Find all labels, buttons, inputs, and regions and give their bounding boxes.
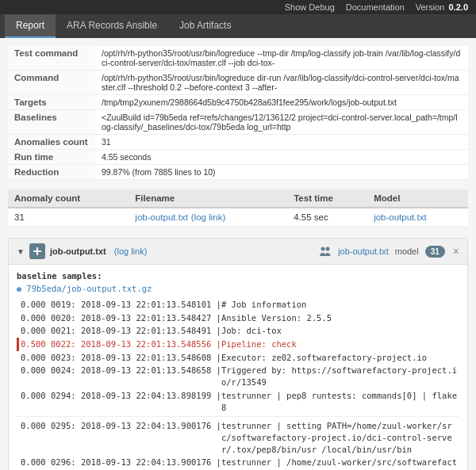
log-timestamp: 0020: 2018-09-13 22:01:13.548427 |	[51, 312, 221, 324]
log-line: 0.0000024: 2018-09-13 22:01:13.548658 | …	[17, 364, 459, 388]
column-header: Test time	[287, 189, 367, 208]
panel-icon	[29, 243, 45, 259]
log-separator	[17, 416, 459, 417]
log-score: 0.000	[21, 325, 51, 337]
summary-value: /opt/rh/rh-python35/root/usr/bin/logredu…	[95, 46, 468, 71]
summary-value: 31	[95, 135, 468, 150]
panel-model-label: model	[395, 246, 419, 256]
model-link[interactable]: job-output.txt	[374, 212, 426, 222]
test-time-cell: 4.55 sec	[287, 208, 367, 227]
documentation-link[interactable]: Documentation	[346, 2, 405, 12]
results-table: Anomaly countFilenameTest timeModel31job…	[8, 189, 468, 227]
summary-label: Command	[8, 71, 95, 95]
version-number: 0.2.0	[449, 2, 468, 12]
summary-value: 99.87% (from 7885 lines to 10)	[95, 165, 468, 180]
anomaly-badge: 31	[425, 246, 445, 258]
log-text: testrunner | /home/zuul-worker/src/softw…	[221, 457, 459, 470]
baseline-label-text: baseline samples:	[17, 271, 102, 281]
column-header: Filename	[129, 189, 287, 208]
log-timestamp: 0295: 2018-09-13 22:04:13.900176 |	[51, 420, 221, 455]
svg-rect-1	[36, 247, 38, 255]
summary-label: Anomalies count	[8, 135, 95, 150]
summary-value: 4.55 seconds	[95, 150, 468, 165]
log-score: 0.000	[21, 457, 51, 470]
top-bar: Show Debug Documentation Version 0.2.0	[0, 0, 476, 14]
summary-label: Test command	[8, 46, 95, 71]
log-line: 0.0000023: 2018-09-13 22:01:13.548608 | …	[17, 351, 459, 365]
version-display: Version 0.2.0	[416, 2, 468, 12]
summary-table: Test command/opt/rh/rh-python35/root/usr…	[8, 46, 468, 180]
log-text: Triggered by: https://softwarefactory-pr…	[221, 365, 459, 388]
panel-toggle[interactable]: ▼	[17, 247, 25, 256]
filename-cell: job-output.txt(log link)	[129, 208, 287, 227]
log-score: 0.000	[21, 420, 51, 455]
svg-point-3	[326, 247, 330, 251]
log-lines: 0.0000019: 2018-09-13 22:01:13.548101 | …	[17, 298, 459, 470]
log-score: 0.000	[21, 390, 51, 413]
filename-link[interactable]: job-output.txt	[135, 212, 187, 222]
svg-point-2	[321, 247, 325, 251]
log-line: 0.0000019: 2018-09-13 22:01:13.548101 | …	[17, 298, 459, 311]
summary-label: Baselines	[8, 110, 95, 135]
panel-right: job-output.txt model 31	[319, 245, 445, 258]
log-link[interactable]: (log link)	[191, 212, 225, 222]
log-score: 0.500	[21, 338, 51, 350]
log-line: 0.0000296: 2018-09-13 22:04:13.900176 | …	[17, 456, 459, 470]
main-content: Test command/opt/rh/rh-python35/root/usr…	[0, 38, 476, 470]
log-text: Pipeline: check	[221, 338, 459, 350]
log-score: 0.000	[21, 299, 51, 311]
summary-value: /opt/rh/rh-python35/root/usr/bin/logredu…	[95, 71, 468, 95]
log-timestamp: 0024: 2018-09-13 22:01:13.548658 |	[51, 365, 221, 388]
log-timestamp: 0022: 2018-09-13 22:01:13.548556 |	[51, 338, 221, 350]
log-line: 0.0000021: 2018-09-13 22:01:13.548491 | …	[17, 324, 459, 338]
log-text: Executor: ze02.softwarefactory-project.i…	[221, 352, 459, 364]
job-panel-body: baseline samples: ● 79b5eda/job-output.t…	[9, 265, 467, 470]
log-timestamp: 0021: 2018-09-13 22:01:13.548491 |	[51, 325, 221, 337]
log-line: 0.0000294: 2018-09-13 22:04:13.898199 | …	[17, 389, 459, 414]
summary-label: Targets	[8, 95, 95, 110]
job-panel-header: ▼ job-output.txt (log link) job-output.t…	[9, 239, 467, 265]
log-timestamp: 0294: 2018-09-13 22:04:13.898199 |	[51, 390, 221, 413]
log-line: 0.5000022: 2018-09-13 22:01:13.548556 | …	[17, 338, 459, 351]
log-score: 0.000	[21, 365, 51, 388]
column-header: Anomaly count	[8, 189, 129, 208]
log-text: testrunner | pep8 runtests: commands[0] …	[221, 390, 459, 413]
summary-value: <ZuulBuild id=79b5eda ref=refs/changes/1…	[95, 110, 468, 135]
bullet-icon: ●	[17, 285, 21, 293]
table-row: 31job-output.txt(log link)4.55 secjob-ou…	[8, 208, 468, 227]
baseline-link[interactable]: 79b5eda/job-output.txt.gz	[26, 284, 152, 293]
panel-loglink[interactable]: (log link)	[114, 246, 148, 256]
baseline-label: baseline samples:	[17, 271, 459, 281]
nav-tab-job-artifacts[interactable]: Job Artifacts	[168, 14, 242, 38]
log-text: Ansible Version: 2.5.5	[221, 312, 459, 324]
version-label: Version	[416, 2, 445, 12]
summary-label: Reduction	[8, 165, 95, 180]
log-text: # Job information	[221, 299, 459, 311]
people-icon	[319, 245, 332, 258]
nav-tab-ara[interactable]: ARA Records Ansible	[56, 14, 168, 38]
anomaly-count-cell: 31	[8, 208, 129, 227]
log-text: Job: dci-tox	[221, 325, 459, 337]
model-cell: job-output.txt	[367, 208, 468, 227]
show-debug-link[interactable]: Show Debug	[285, 2, 335, 12]
column-header: Model	[367, 189, 468, 208]
panel-filename: job-output.txt	[50, 246, 106, 256]
summary-value: /tmp/tmp2yxunem/2988664d5b9c4750b428a63f…	[95, 95, 468, 110]
log-score: 0.000	[21, 312, 51, 324]
summary-label: Run time	[8, 150, 95, 165]
nav-tab-report[interactable]: Report	[5, 14, 56, 38]
nav-tabs: ReportARA Records AnsibleJob Artifacts	[0, 14, 476, 38]
log-line: 0.0000020: 2018-09-13 22:01:13.548427 | …	[17, 311, 459, 325]
log-line: 0.0000295: 2018-09-13 22:04:13.900176 | …	[17, 419, 459, 456]
log-timestamp: 0023: 2018-09-13 22:01:13.548608 |	[51, 352, 221, 364]
log-score: 0.000	[21, 352, 51, 364]
panel-close[interactable]: ×	[453, 245, 459, 258]
job-panel: ▼ job-output.txt (log link) job-output.t…	[8, 238, 468, 470]
panel-model-link[interactable]: job-output.txt	[338, 246, 389, 256]
log-timestamp: 0019: 2018-09-13 22:01:13.548101 |	[51, 299, 221, 311]
log-text: testrunner | setting PATH=/home/zuul-wor…	[221, 420, 459, 455]
log-timestamp: 0296: 2018-09-13 22:04:13.900176 |	[51, 457, 221, 470]
